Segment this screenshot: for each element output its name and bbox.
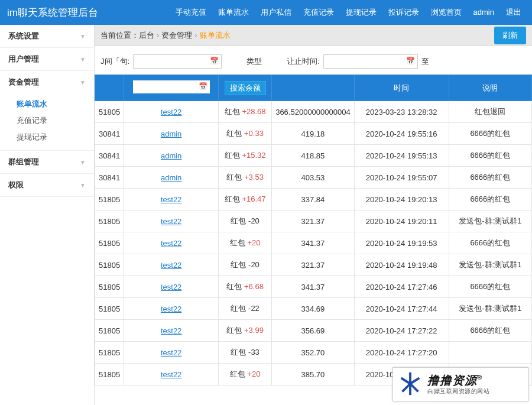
cell-desc: 6666的红包 [449,189,531,210]
cell-type-amt: 红包 +0.33 [219,123,272,145]
cell-user: test22 [124,189,219,210]
user-link[interactable]: admin [161,129,181,138]
cell-user: test22 [124,254,219,276]
cell-balance: 403.53 [272,167,355,189]
user-link[interactable]: test22 [161,348,181,357]
sidebar-item-users[interactable]: 用户管理 ▼ [0,48,94,70]
cell-user: admin [124,167,219,189]
cell-time: 2020-10-24 17:27:46 [354,276,449,298]
table-row: 30841admin红包 +0.33419.182020-10-24 19:55… [95,123,532,145]
cell-id: 51805 [95,101,124,123]
th-id [95,75,124,101]
cell-balance: 341.37 [272,276,355,298]
nav-logout[interactable]: 退出 [500,0,527,25]
th-user: 📅 [124,75,219,101]
cell-user: admin [124,123,219,145]
table-row: 51805test22红包 +3.99356.692020-10-24 17:2… [95,320,532,342]
cell-balance: 321.37 [272,254,355,276]
user-link[interactable]: test22 [161,283,181,291]
cell-type-amt: 红包 +3.99 [219,320,272,342]
user-link[interactable]: test22 [161,217,181,226]
cell-balance: 334.69 [272,298,355,320]
cell-id: 30841 [95,123,124,145]
cell-balance: 341.37 [272,232,355,254]
nav-withdraw-records[interactable]: 提现记录 [340,0,382,25]
table-row: 51805test22红包 +20341.372020-10-24 19:19:… [95,232,532,254]
nav-recharge-records[interactable]: 充值记录 [297,0,340,25]
nav-user-pm[interactable]: 用户私信 [255,0,297,25]
cell-desc: 6666的红包 [449,167,531,189]
breadcrumb-mid[interactable]: 资金管理 [161,30,192,41]
cell-time: 2020-10-24 19:55:07 [354,167,449,189]
cell-desc: 6666的红包 [449,123,531,145]
end-time-input[interactable]: 📅 [323,54,418,69]
chevron-right-icon: › [157,31,159,40]
cell-type-amt: 红包 +3.53 [219,167,272,189]
chevron-down-icon: ▼ [80,159,86,166]
cell-user: test22 [124,101,219,123]
cell-time: 2020-10-24 17:27:22 [354,320,449,342]
user-link[interactable]: test22 [161,370,181,379]
nav-browse-home[interactable]: 浏览首页 [425,0,468,25]
refresh-button[interactable]: 刷新 [494,27,526,44]
cell-type-amt: 红包 +28.68 [219,101,272,123]
cell-id: 51805 [95,232,124,254]
sidebar-sub-recharge[interactable]: 充值记录 [0,112,94,129]
table-row: 30841admin红包 +3.53403.532020-10-24 19:55… [95,167,532,189]
badge-title: 撸撸资源® [427,374,524,386]
user-link[interactable]: test22 [161,239,181,248]
sidebar-item-funds[interactable]: 资金管理 ▼ [0,71,94,93]
watermark-badge: 撸撸资源® 白嫖互联网资源的网站 [392,367,528,401]
chevron-down-icon: ▼ [80,56,86,63]
cell-user: test22 [124,298,219,320]
th-time: 时间 [354,75,449,101]
cell-desc [449,342,531,364]
nav-complaint-records[interactable]: 投诉记录 [382,0,425,25]
user-link[interactable]: test22 [161,108,181,116]
user-link[interactable]: admin [161,173,181,182]
user-link[interactable]: test22 [161,195,181,204]
cell-id: 30841 [95,167,124,189]
cell-id: 51805 [95,254,124,276]
cell-user: test22 [124,276,219,298]
sidebar-item-groups[interactable]: 群组管理 ▼ [0,151,94,173]
sidebar-sub-bill-flow[interactable]: 账单流水 [0,96,94,112]
user-search-input[interactable]: 📅 [133,80,210,93]
chevron-down-icon: ▼ [80,79,86,86]
user-link[interactable]: test22 [161,261,181,270]
start-time-input[interactable]: 📅 [133,54,222,69]
sidebar-label: 群组管理 [8,157,39,167]
user-link[interactable]: test22 [161,326,181,335]
cell-desc: 6666的红包 [449,320,531,342]
user-link[interactable]: admin [161,151,181,160]
table-row: 51805test22红包 +6.68341.372020-10-24 17:2… [95,276,532,298]
cell-balance: 418.85 [272,145,355,167]
sidebar-item-permissions[interactable]: 权限 ▼ [0,174,94,196]
breadcrumb-lead: 当前位置：后台 [100,30,154,41]
nav-admin[interactable]: admin [468,0,500,25]
cell-desc: 红包退回 [449,101,531,123]
cell-user: test22 [124,320,219,342]
cell-desc: 6666的红包 [449,276,531,298]
cell-type-amt: 红包 +6.68 [219,276,272,298]
nav-manual-recharge[interactable]: 手动充值 [170,0,212,25]
cell-type-amt: 红包 -20 [219,254,272,276]
table-row: 51805test22红包 +16.47337.842020-10-24 19:… [95,189,532,210]
nav-bill-flow[interactable]: 账单流水 [212,0,255,25]
cell-desc: 发送包-群:测试群1 [449,210,531,232]
cell-id: 51805 [95,298,124,320]
sidebar-label: 资金管理 [8,77,39,88]
cell-time: 2023-03-23 13:28:32 [354,101,449,123]
sidebar-item-system[interactable]: 系统设置 ▼ [0,25,94,47]
sidebar-sub-withdraw[interactable]: 提现记录 [0,129,94,145]
th-balance [272,75,355,101]
topnav: 手动充值 账单流水 用户私信 充值记录 提现记录 投诉记录 浏览首页 admin… [170,0,527,25]
cell-balance: 419.18 [272,123,355,145]
chevron-down-icon: ▼ [80,33,86,40]
filter-end-label: 让止时间: [287,56,320,67]
topbar: im聊天系统管理后台 手动充值 账单流水 用户私信 充值记录 提现记录 投诉记录… [0,0,532,25]
search-balance-button[interactable]: 搜索余额 [225,81,266,95]
calendar-icon: 📅 [406,57,415,65]
cell-user: admin [124,145,219,167]
user-link[interactable]: test22 [161,304,181,313]
